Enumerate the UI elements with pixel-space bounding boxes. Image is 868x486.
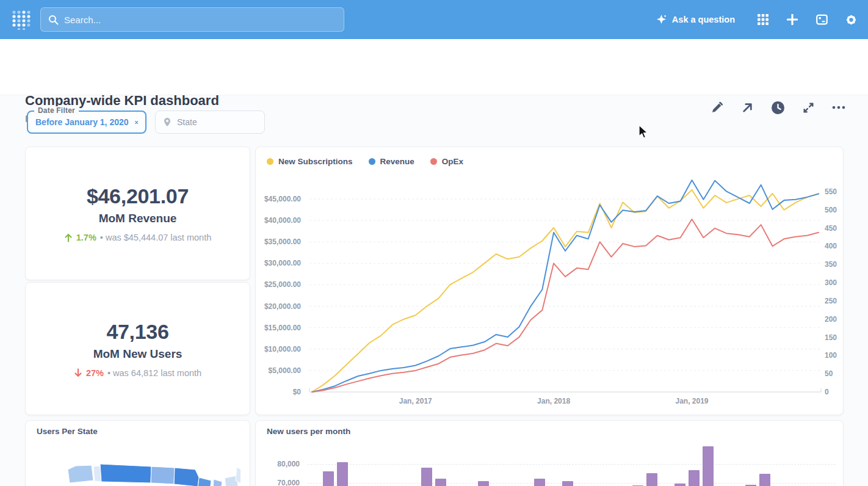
date-filter-label: Date Filter [34, 106, 79, 115]
bar[interactable] [478, 481, 489, 486]
y-axis-right-tick: 350 [825, 260, 844, 269]
new-item-button[interactable] [786, 13, 798, 26]
ellipsis-icon [832, 106, 845, 109]
mouse-cursor [638, 125, 650, 140]
new-users-per-month-card[interactable]: New users per month 80,00070,000 [255, 420, 844, 486]
y-axis-left-tick: $0 [257, 388, 301, 396]
y-axis-right-tick: 150 [825, 333, 844, 342]
y-axis-tick: 80,000 [257, 460, 300, 468]
bar[interactable] [689, 470, 700, 486]
location-pin-icon [163, 117, 172, 127]
bar-chart[interactable]: 80,00070,000 [256, 421, 844, 486]
arrow-up-icon [64, 233, 73, 242]
search-input[interactable] [64, 15, 320, 25]
y-axis-left-tick: $25,000.00 [257, 280, 301, 289]
y-axis-left-tick: $20,000.00 [257, 302, 301, 311]
y-axis-left-tick: $10,000.00 [257, 345, 301, 354]
trend-line-chart[interactable] [256, 147, 844, 415]
y-axis-left-tick: $5,000.00 [257, 366, 301, 375]
kpi-change: 27% [86, 368, 104, 378]
search-bar[interactable] [40, 7, 344, 32]
y-axis-right-tick: 250 [825, 297, 844, 305]
kpi-card-new-users[interactable]: 47,136 MoM New Users 27% • was 64,812 la… [25, 282, 250, 415]
dashboard-page: Ask a question [0, 0, 868, 486]
auto-refresh-button[interactable] [770, 100, 785, 115]
bar[interactable] [337, 462, 348, 486]
us-choropleth-map[interactable] [35, 457, 241, 486]
gear-icon [845, 14, 857, 26]
settings-button[interactable] [845, 13, 857, 26]
y-axis-right-tick: 0 [825, 388, 844, 396]
y-axis-right-tick: 500 [825, 206, 844, 214]
browse-data-button[interactable] [757, 13, 769, 26]
sparkle-icon [656, 15, 667, 25]
grid-icon [758, 14, 769, 25]
users-per-state-card[interactable]: Users Per State [25, 420, 250, 486]
trend-chart-card[interactable]: New SubscriptionsRevenueOpEx $0$5,000.00… [255, 147, 844, 415]
bar[interactable] [562, 481, 573, 486]
y-axis-right-tick: 450 [825, 224, 844, 233]
kpi-context: • was 64,812 last month [107, 368, 201, 378]
card-title: Users Per State [37, 427, 98, 436]
fullscreen-button[interactable] [801, 100, 816, 115]
y-axis-right-tick: 550 [825, 187, 844, 196]
kpi-label: MoM Revenue [99, 212, 177, 225]
dashboard-header: Company-wide KPI dashboard Assets for We… [0, 39, 868, 95]
state-filter-chip[interactable]: State [155, 111, 265, 134]
bar[interactable] [646, 473, 657, 486]
metabase-logo[interactable] [11, 9, 32, 30]
kpi-label: MoM New Users [93, 347, 183, 361]
clear-filter-icon[interactable] [135, 119, 138, 126]
kpi-context: • was $45,444.07 last month [100, 233, 211, 242]
bar[interactable] [675, 484, 685, 486]
more-menu-button[interactable] [831, 100, 846, 115]
y-axis-right-tick: 50 [825, 369, 844, 378]
x-axis-tick: Jan, 2018 [523, 397, 584, 405]
nav-actions: Ask a question [656, 0, 857, 39]
edit-dashboard-button[interactable] [709, 100, 724, 115]
y-axis-left-tick: $45,000.00 [257, 195, 301, 203]
x-axis-line [309, 388, 821, 392]
top-nav: Ask a question [0, 0, 868, 39]
bar[interactable] [759, 474, 770, 486]
y-axis-left-tick: $30,000.00 [257, 259, 301, 267]
y-axis-right-tick: 100 [825, 351, 844, 360]
y-axis-right-tick: 200 [825, 315, 844, 324]
terminal-icon [816, 14, 828, 25]
x-axis-tick: Jan, 2019 [662, 397, 723, 405]
state-filter-placeholder: State [177, 117, 197, 127]
bar[interactable] [534, 479, 545, 486]
sql-editor-button[interactable] [816, 13, 828, 26]
ask-question-label: Ask a question [672, 15, 735, 24]
ask-question-button[interactable]: Ask a question [656, 15, 735, 25]
bar[interactable] [435, 479, 446, 486]
clock-icon [771, 101, 785, 115]
x-axis-tick: Jan, 2017 [385, 397, 446, 405]
fullscreen-icon [803, 102, 814, 114]
y-axis-right-tick: 400 [825, 242, 844, 250]
kpi-value: 47,136 [106, 320, 168, 344]
search-icon [48, 15, 59, 25]
bar[interactable] [323, 471, 334, 486]
share-icon [742, 102, 753, 114]
line-series-revenue[interactable] [312, 180, 819, 392]
sharing-button[interactable] [740, 100, 754, 115]
dashboard-actions [709, 100, 846, 115]
kpi-value: $46,201.07 [87, 184, 189, 208]
date-filter-chip[interactable]: Date Filter Before January 1, 2020 [27, 111, 146, 134]
y-axis-tick: 70,000 [257, 479, 300, 486]
y-axis-left-tick: $40,000.00 [257, 216, 301, 225]
kpi-comparison: 1.7% • was $45,444.07 last month [64, 233, 211, 242]
line-series-opex[interactable] [312, 219, 819, 392]
kpi-comparison: 27% • was 64,812 last month [74, 368, 201, 378]
gridline [307, 464, 836, 465]
plus-icon [787, 14, 798, 25]
y-axis-left-tick: $15,000.00 [257, 324, 301, 332]
date-filter-value: Before January 1, 2020 [35, 117, 129, 127]
kpi-card-revenue[interactable]: $46,201.07 MoM Revenue 1.7% • was $45,44… [25, 147, 250, 280]
bar[interactable] [421, 468, 432, 486]
arrow-down-icon [74, 368, 82, 377]
y-axis-right-tick: 300 [825, 278, 844, 287]
bar[interactable] [703, 446, 714, 486]
y-axis-left-tick: $35,000.00 [257, 238, 301, 246]
